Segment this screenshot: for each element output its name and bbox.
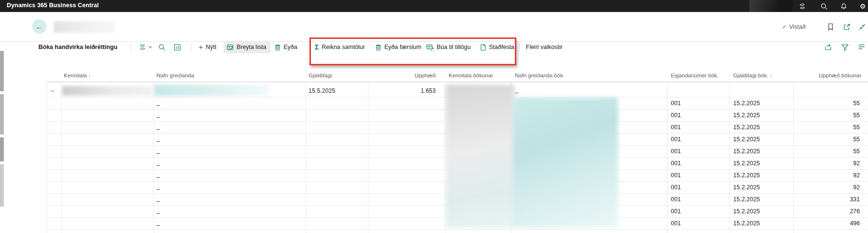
cell-eigandanumer-bok[interactable]: 001 — [671, 148, 681, 155]
cell-eigandanumer-bok[interactable]: 001 — [671, 160, 681, 167]
cell-nafn-greidanda[interactable]: _ — [156, 207, 160, 214]
filter-icon — [842, 44, 849, 51]
edit-table-icon — [226, 44, 234, 51]
column-header-nafn-greidanda[interactable]: Nafn greiðanda — [156, 73, 194, 78]
cell-eigandanumer-bok[interactable]: 001 — [671, 196, 681, 203]
analyze-button[interactable] — [174, 42, 181, 52]
cell-upphaed-bokunar[interactable]: 55 — [792, 136, 860, 143]
cell-gjalddagi-bok[interactable]: 15.2.2025 — [733, 148, 760, 155]
cell-gjalddagi[interactable]: 15.5.2025 — [309, 87, 335, 94]
column-header-gjalddagi-bok[interactable]: Gjalddagi bók.↑ — [733, 73, 773, 78]
cell-nafn-greidanda[interactable]: _ — [156, 135, 160, 142]
share-button[interactable] — [824, 42, 832, 52]
column-header-kennitala-bokunar[interactable]: Kennitala bókunar — [449, 73, 493, 78]
cell-upphaed-bokunar[interactable]: 92 — [792, 160, 860, 167]
column-header-eigandanumer-bok[interactable]: Eigandanúmer bók. — [671, 73, 719, 78]
column-header-nafn-greidanda-bok[interactable]: Nafn greiðanda bók. — [515, 73, 565, 78]
create-suggestion-button[interactable]: Búa til tillögu — [426, 42, 471, 52]
search-list-button[interactable] — [158, 42, 166, 52]
cell-gjalddagi-bok[interactable]: 15.2.2025 — [733, 100, 760, 107]
cell-nafn-greidanda[interactable]: _ — [156, 219, 160, 226]
cell-upphaed-bokunar[interactable]: 331 — [792, 196, 860, 203]
edit-list-button[interactable]: Breyta lista — [226, 42, 266, 52]
redacted-page-title — [54, 21, 115, 33]
cell-nafn-greidanda[interactable]: _ — [156, 183, 160, 190]
copilot-icon[interactable] — [798, 2, 807, 11]
toolbar-separator — [191, 43, 191, 51]
filter-button[interactable] — [842, 42, 849, 52]
back-button[interactable]: ← — [32, 19, 47, 34]
grid-line — [729, 82, 730, 233]
cell-gjalddagi-bok[interactable]: 15.2.2025 — [733, 124, 760, 131]
cell-nafn-greidanda-bok[interactable]: _ — [515, 86, 518, 93]
action-post-manual-correction[interactable]: Bóka handvirka leiðréttingu — [38, 42, 118, 52]
list-icon — [858, 44, 865, 50]
cell-upphaed-bokunar[interactable]: 496 — [792, 220, 860, 227]
column-header-kennitala[interactable]: Kennitala↑ — [64, 73, 91, 78]
cell-eigandanumer-bok[interactable]: 001 — [671, 136, 681, 143]
cell-upphaed[interactable]: 1.653 — [389, 87, 436, 94]
cell-eigandanumer-bok[interactable]: 001 — [671, 208, 681, 215]
column-header-upphaed-bokunar[interactable]: Upphæð bókunar — [793, 73, 861, 78]
copilot-menu-button[interactable] — [138, 42, 153, 52]
cell-nafn-greidanda[interactable]: _ — [156, 99, 160, 106]
left-edge-artifact — [0, 137, 4, 161]
cell-gjalddagi-bok[interactable]: 15.2.2025 — [733, 112, 760, 119]
cell-upphaed-bokunar[interactable]: 55 — [792, 148, 860, 155]
cell-eigandanumer-bok[interactable]: 001 — [671, 184, 681, 191]
row-marker-icon: → — [48, 86, 55, 94]
search-icon — [158, 44, 166, 51]
redacted-nafn-greidanda-bok-column — [512, 98, 618, 228]
cell-gjalddagi-bok[interactable]: 15.2.2025 — [733, 208, 760, 215]
cell-eigandanumer-bok[interactable]: 001 — [671, 220, 681, 227]
cell-nafn-greidanda[interactable]: _ — [156, 123, 160, 130]
cell-nafn-greidanda[interactable]: _ — [156, 171, 160, 178]
trash-icon — [274, 44, 281, 51]
cell-gjalddagi-bok[interactable]: 15.2.2025 — [733, 196, 760, 203]
bookmark-icon[interactable] — [826, 23, 835, 31]
grid-line — [47, 229, 868, 230]
cell-eigandanumer-bok[interactable]: 001 — [671, 100, 681, 107]
cell-gjalddagi-bok[interactable]: 15.2.2025 — [733, 184, 760, 191]
cell-eigandanumer-bok[interactable]: 001 — [671, 124, 681, 131]
cell-upphaed-bokunar[interactable]: 55 — [792, 112, 860, 119]
sigma-icon: Σ — [315, 44, 319, 50]
delete-entries-button[interactable]: Eyða færslum — [375, 42, 421, 52]
cell-nafn-greidanda[interactable]: _ — [156, 147, 160, 154]
cell-gjalddagi-bok[interactable]: 15.2.2025 — [733, 136, 760, 143]
cell-upphaed-bokunar[interactable]: 55 — [792, 100, 860, 107]
cell-nafn-greidanda[interactable]: _ — [156, 195, 160, 202]
header-divider — [0, 41, 868, 42]
cell-upphaed-bokunar[interactable]: 92 — [792, 184, 860, 191]
cell-upphaed-bokunar[interactable]: 55 — [792, 124, 860, 131]
copilot-icon — [138, 43, 147, 51]
delete-button[interactable]: Eyða — [274, 42, 297, 52]
topbar: Dynamics 365 Business Central ⚙ — [0, 0, 868, 12]
calculate-totals-button[interactable]: Σ Reikna samtölur — [315, 42, 365, 52]
confirm-button[interactable]: Staðfesta — [480, 42, 514, 52]
cell-gjalddagi-bok[interactable]: 15.2.2025 — [733, 160, 760, 167]
gear-icon[interactable]: ⚙ — [858, 2, 867, 11]
cell-gjalddagi-bok[interactable]: 15.2.2025 — [733, 172, 760, 179]
cell-upphaed-bokunar[interactable]: 276 — [792, 208, 860, 215]
popout-icon[interactable] — [843, 23, 851, 31]
column-header-gjalddagi[interactable]: Gjalddagi — [309, 73, 332, 78]
plus-icon: + — [199, 43, 203, 50]
cell-nafn-greidanda[interactable]: _ — [156, 159, 160, 166]
header-underline — [47, 82, 868, 82]
search-icon[interactable] — [820, 2, 828, 11]
more-options-button[interactable]: Fleiri valkostir — [526, 42, 562, 52]
collapse-icon[interactable] — [858, 23, 867, 31]
list-options-button[interactable] — [858, 42, 865, 52]
bell-icon[interactable] — [839, 2, 848, 11]
cell-nafn-greidanda[interactable]: _ — [156, 111, 160, 118]
suggest-table-icon — [426, 44, 434, 51]
cell-gjalddagi-bok[interactable]: 15.2.2025 — [733, 220, 760, 227]
new-button[interactable]: + Nýtt — [199, 42, 216, 52]
column-header-upphaed[interactable]: Upphæð — [389, 73, 436, 78]
cell-eigandanumer-bok[interactable]: 001 — [671, 112, 681, 119]
cell-eigandanumer-bok[interactable]: 001 — [671, 172, 681, 179]
cell-upphaed-bokunar[interactable]: 92 — [792, 172, 860, 179]
redacted-kennitala — [62, 86, 153, 96]
save-status: ✓ Vistað — [782, 23, 806, 30]
